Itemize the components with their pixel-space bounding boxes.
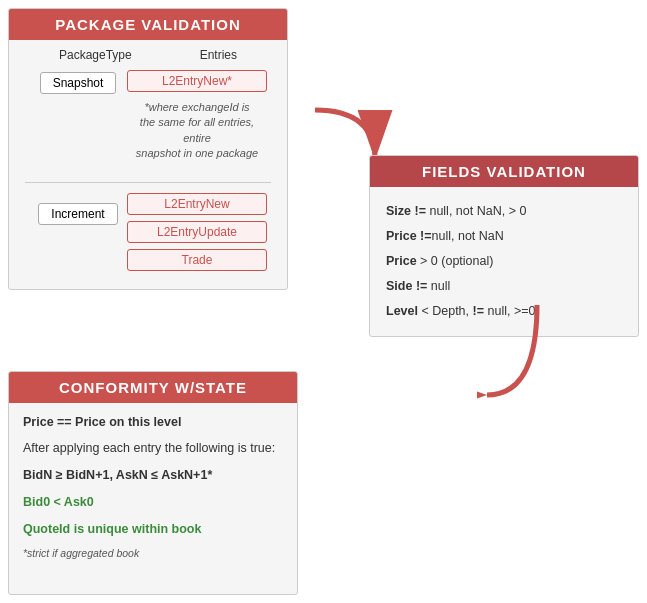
fields-validation-header: FIELDS VALIDATION [370,156,638,187]
col-entries: Entries [200,48,237,62]
conf-note: *strict if aggregated book [23,546,283,562]
conf-line2: After applying each entry the following … [23,439,283,458]
pv-columns: PackageType Entries [9,40,287,66]
conformity-box: CONFORMITY W/STATE Price == Price on thi… [8,371,298,596]
field-item: Price > 0 (optional) [386,249,622,274]
conf-line4: Bid0 < Ask0 [23,493,283,512]
l2entry-new-star: L2EntryNew* [127,70,267,92]
col-package-type: PackageType [59,48,132,62]
package-validation-header: PACKAGE VALIDATION [9,9,287,40]
conformity-content: Price == Price on this level After apply… [9,403,297,581]
conf-line5: QuoteId is unique within book [23,520,283,539]
snapshot-note: *where exchangeId is the same for all en… [127,100,267,162]
conformity-header: CONFORMITY W/STATE [9,372,297,403]
increment-label: Increment [38,203,117,225]
package-validation-box: PACKAGE VALIDATION PackageType Entries S… [8,8,288,290]
conf-line1: Price == Price on this level [23,413,283,432]
arrow-down-left-svg [477,295,557,415]
field-item: Size != null, not NaN, > 0 [386,199,622,224]
field-item: Price !=null, not NaN [386,224,622,249]
l2entry-update: L2EntryUpdate [127,221,267,243]
trade-entry: Trade [127,249,267,271]
conf-line3: BidN ≥ BidN+1, AskN ≤ AskN+1* [23,466,283,485]
snapshot-label: Snapshot [40,72,117,94]
l2entry-new: L2EntryNew [127,193,267,215]
